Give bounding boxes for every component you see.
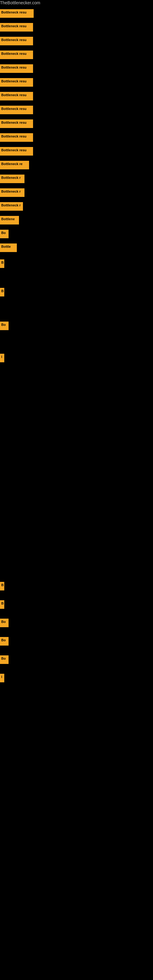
bottleneck-item[interactable]: Bottlene: [0, 216, 19, 224]
bottleneck-item[interactable]: Bo: [0, 321, 9, 330]
bottleneck-item[interactable]: Bo: [0, 619, 9, 627]
bottleneck-item[interactable]: Bottleneck resu: [0, 119, 33, 128]
bottleneck-item[interactable]: Bottleneck resu: [0, 92, 33, 100]
bottleneck-item[interactable]: Bo: [0, 637, 9, 646]
bottleneck-item[interactable]: Bottleneck re: [0, 161, 29, 169]
bottleneck-item[interactable]: Bottleneck resu: [0, 106, 33, 114]
bottleneck-item[interactable]: I: [0, 674, 4, 682]
bottleneck-item[interactable]: B: [0, 259, 4, 268]
bottleneck-item[interactable]: B: [0, 582, 4, 590]
bottleneck-item[interactable]: Bottleneck resu: [0, 133, 33, 142]
site-header: TheBottlenecker.com: [0, 0, 153, 5]
bottleneck-item[interactable]: Bo: [0, 655, 9, 664]
bottleneck-item[interactable]: Bottleneck r: [0, 202, 23, 211]
bottleneck-item[interactable]: Bottleneck r: [0, 188, 24, 197]
bottleneck-item[interactable]: Bottleneck resu: [0, 9, 33, 18]
bottleneck-item[interactable]: Bottleneck resu: [0, 78, 33, 87]
bottleneck-item[interactable]: Bottle: [0, 243, 17, 252]
bottleneck-item[interactable]: Bo: [0, 230, 9, 238]
bottleneck-item[interactable]: Bottleneck resu: [0, 147, 33, 156]
bottleneck-item[interactable]: Bottleneck resu: [0, 23, 33, 32]
bottleneck-item[interactable]: Bottleneck r: [0, 175, 24, 183]
bottleneck-item[interactable]: Bottleneck resu: [0, 51, 33, 59]
bottleneck-item[interactable]: Bottleneck resu: [0, 37, 33, 45]
bottleneck-item[interactable]: I: [0, 354, 4, 362]
bottleneck-item[interactable]: Bottleneck resu: [0, 64, 33, 73]
bottleneck-item[interactable]: B: [0, 600, 4, 609]
bottleneck-item[interactable]: B: [0, 288, 4, 296]
